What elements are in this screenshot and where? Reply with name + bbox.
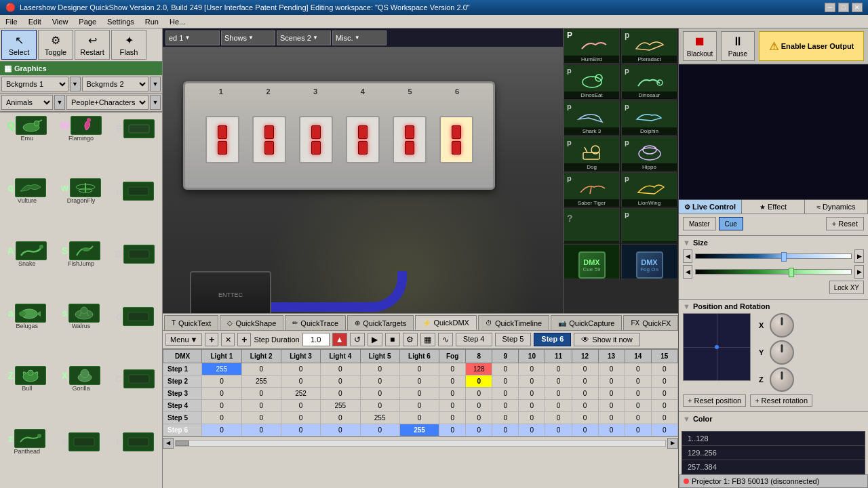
- step2-val-13[interactable]: 0: [598, 375, 625, 388]
- tab-quickfx[interactable]: FX QuickFX: [623, 315, 678, 330]
- step6-val-10[interactable]: 0: [519, 424, 545, 436]
- reset-rotation-button[interactable]: + Reset rotation: [750, 394, 812, 407]
- step2-val-12[interactable]: 0: [572, 375, 598, 388]
- graphic-item-vulture[interactable]: q Vulture: [0, 175, 54, 207]
- thumb-dog[interactable]: p Dog: [564, 136, 620, 171]
- size-left-btn2[interactable]: ◀: [683, 265, 692, 279]
- step6-val-fog[interactable]: 0: [439, 424, 466, 436]
- step5-val-9[interactable]: 0: [492, 412, 519, 424]
- step3-val-8[interactable]: 0: [466, 388, 492, 400]
- pause-button[interactable]: ⏸ Pause: [721, 31, 755, 61]
- step4-val-light2[interactable]: 0: [241, 400, 281, 412]
- step1-val-light5[interactable]: 0: [360, 363, 399, 375]
- step6-val-light5[interactable]: 0: [360, 424, 399, 436]
- step2-val-light6[interactable]: 0: [399, 375, 439, 388]
- step6-val-9[interactable]: 0: [492, 424, 519, 436]
- lock-xy-button[interactable]: Lock XY: [829, 281, 864, 294]
- step4-val-light5[interactable]: 0: [360, 400, 399, 412]
- preview-dropdown-scenes[interactable]: Scenes 2 ▼: [277, 30, 331, 45]
- category-people-arrow[interactable]: ▼: [150, 95, 161, 110]
- select-button[interactable]: ↖ Select: [1, 30, 37, 60]
- graphic-item-c2[interactable]: c: [108, 426, 162, 458]
- category-bckgrnds1-arrow[interactable]: ▼: [70, 77, 81, 92]
- add-step-button[interactable]: +: [205, 333, 218, 346]
- add-step2-button[interactable]: +: [237, 333, 251, 346]
- step6-val-14[interactable]: 0: [625, 424, 651, 436]
- step-refresh-btn[interactable]: ↺: [350, 333, 365, 346]
- reset-position-button[interactable]: + Reset position: [683, 394, 746, 407]
- step6-val-light2[interactable]: 0: [241, 424, 281, 436]
- step-wave-btn[interactable]: ∿: [438, 333, 453, 346]
- step1-val-10[interactable]: 0: [519, 363, 545, 375]
- step3-val-9[interactable]: 0: [492, 388, 519, 400]
- size-thumb-x[interactable]: [781, 252, 787, 262]
- tab-quicktargets[interactable]: ⊕ QuickTargets: [347, 315, 414, 330]
- graphic-item-bull[interactable]: Z Bull: [0, 363, 54, 395]
- step3-val-light2[interactable]: 0: [241, 388, 281, 400]
- table-row[interactable]: Step 5 0 0 0 0 255 0 0 0 0 0 0 0 0: [163, 412, 678, 424]
- step2-val-8[interactable]: 0: [466, 375, 492, 388]
- tab-quickcapture[interactable]: 📷 QuickCapture: [551, 315, 622, 330]
- tab-effect[interactable]: ★ Effect: [742, 200, 805, 214]
- graphic-item-c[interactable]: C: [108, 363, 162, 395]
- y-rotation-knob[interactable]: [770, 340, 794, 365]
- table-row[interactable]: Step 3 0 0 252 0 0 0 0 0 0 0 0 0 0: [163, 388, 678, 400]
- step2-val-9[interactable]: 0: [492, 375, 519, 388]
- table-row[interactable]: Step 2 0 255 0 0 0 0 0 0 0 0 0 0 0: [163, 375, 678, 388]
- step4-val-12[interactable]: 0: [572, 400, 598, 412]
- tab-live-control[interactable]: ⚙ Live Control: [679, 200, 742, 214]
- step2-val-14[interactable]: 0: [625, 375, 651, 388]
- step6-val-light6[interactable]: 255: [399, 424, 439, 436]
- step1-val-light6[interactable]: 0: [399, 363, 439, 375]
- step1-val-light1[interactable]: 255: [202, 363, 241, 375]
- step5-val-15[interactable]: 0: [651, 412, 677, 424]
- step4-val-9[interactable]: 0: [492, 400, 519, 412]
- step5-val-light3[interactable]: 0: [281, 412, 320, 424]
- step3-val-light4[interactable]: 0: [321, 388, 360, 400]
- menu-view[interactable]: View: [47, 16, 74, 27]
- graphic-item-e[interactable]: E: [108, 113, 162, 145]
- step1-val-14[interactable]: 0: [625, 363, 651, 375]
- step6-val-light1[interactable]: 0: [202, 424, 241, 436]
- graphic-item-e2[interactable]: e: [108, 175, 162, 207]
- step3-val-11[interactable]: 0: [545, 388, 572, 400]
- table-row[interactable]: Step 4 0 0 0 255 0 0 0 0 0 0 0 0 0: [163, 400, 678, 412]
- thumb-hippo[interactable]: p Hippo: [621, 136, 677, 171]
- menu-page[interactable]: Page: [73, 16, 102, 27]
- scroll-left-btn[interactable]: ◀: [163, 438, 174, 449]
- thumb-lionwing[interactable]: p LionWing: [621, 172, 677, 207]
- thumb-p2[interactable]: p: [621, 208, 677, 243]
- step1-val-light2[interactable]: 0: [241, 363, 281, 375]
- step2-val-light5[interactable]: 0: [360, 375, 399, 388]
- size-slider-x[interactable]: [695, 253, 852, 259]
- step4-val-8[interactable]: 0: [466, 400, 492, 412]
- minimize-button[interactable]: ─: [825, 3, 835, 12]
- step2-val-light1[interactable]: 0: [202, 375, 241, 388]
- cue-button[interactable]: Cue: [719, 217, 743, 230]
- graphic-item-panther[interactable]: z Panthead: [0, 426, 54, 458]
- tab-quicktimeline[interactable]: ⏱ QuickTimeline: [478, 315, 549, 330]
- graphic-item-dragonfly[interactable]: w DragonFly: [54, 175, 108, 207]
- thumb-fog-on[interactable]: DMX Fog On: [621, 244, 677, 279]
- reset-button[interactable]: + Reset: [826, 217, 864, 230]
- step5-val-12[interactable]: 0: [572, 412, 598, 424]
- graphic-item-x[interactable]: x: [54, 426, 108, 458]
- step5-val-10[interactable]: 0: [519, 412, 545, 424]
- step4-val-15[interactable]: 0: [651, 400, 677, 412]
- step3-val-15[interactable]: 0: [651, 388, 677, 400]
- step1-val-8[interactable]: 128: [466, 363, 492, 375]
- step6-val-13[interactable]: 0: [598, 424, 625, 436]
- graphic-item-flamingo[interactable]: W Flamingo: [54, 113, 108, 145]
- x-rotation-knob[interactable]: [770, 313, 794, 338]
- category-people-select[interactable]: People+Characters: [66, 95, 149, 110]
- table-row[interactable]: Step 1 255 0 0 0 0 0 0 128 0 0 0 0 0: [163, 363, 678, 375]
- category-bckgrnds2-select[interactable]: Bckgrnds 2: [82, 77, 149, 92]
- step5-val-11[interactable]: 0: [545, 412, 572, 424]
- maximize-button[interactable]: □: [838, 3, 849, 12]
- graphic-item-d2[interactable]: d: [108, 300, 162, 333]
- step1-val-15[interactable]: 0: [651, 363, 677, 375]
- step2-val-11[interactable]: 0: [545, 375, 572, 388]
- step2-val-light4[interactable]: 0: [321, 375, 360, 388]
- step5-val-14[interactable]: 0: [625, 412, 651, 424]
- menu-file[interactable]: File: [0, 16, 23, 27]
